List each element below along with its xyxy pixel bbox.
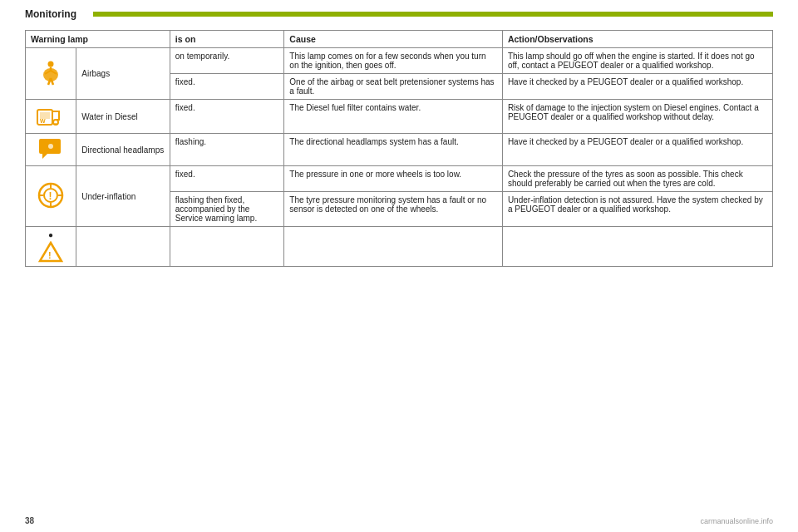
page-header: Monitoring [25,8,773,20]
directional-cause: The directional headlamps system has a f… [284,134,503,166]
water-icon-cell: W ~ [26,100,76,134]
under-inflation-icon-cell: ! [26,166,76,227]
airbag-label: Airbags [81,69,110,78]
multi-icon: ● ! [31,230,71,263]
directional-headlamps-icon [36,137,66,160]
airbag-icon-cell [26,48,76,100]
header-bar [93,12,773,17]
under-inflation-action-1: Check the pressure of the tyres as soon … [502,166,772,192]
page: Monitoring Warning lamp is on Cause Acti… [0,0,798,532]
svg-point-12 [48,144,53,149]
dot-icon: ● [48,230,53,239]
triangle-action [502,227,772,267]
water-label: Water in Diesel [81,112,137,121]
svg-text:!: ! [49,190,52,202]
airbag-name-cell: Airbags [76,48,170,100]
directional-label: Directional headlamps [81,145,164,155]
airbag-action-1: This lamp should go off when the engine … [502,48,772,74]
watermark: carmanualsonline.info [700,517,773,525]
table-row: Airbags on temporarily. This lamp comes … [26,48,773,74]
water-is-on: fixed. [170,100,284,134]
directional-name-cell: Directional headlamps [76,134,170,166]
water-cause: The Diesel fuel filter contains water. [284,100,503,134]
svg-text:W: W [40,118,46,124]
table-row: ! Under-inflation fixed. The pressure in… [26,166,773,192]
under-inflation-icon: ! [37,181,65,209]
warning-triangle-icon: ! [38,241,63,263]
airbag-cause-2: One of the airbag or seat belt pretensio… [284,74,503,100]
svg-point-0 [48,61,54,66]
water-name-cell: Water in Diesel [76,100,170,134]
triangle-cause [284,227,503,267]
under-inflation-is-on-1: fixed. [170,166,284,192]
svg-text:~: ~ [54,120,58,128]
under-inflation-is-on-2: flashing then fixed, accompanied by the … [170,192,284,227]
table-row-triangle: ● ! [26,227,773,267]
triangle-icon-cell: ● ! [26,227,76,267]
airbag-is-on-1: on temporarily. [170,48,284,74]
under-inflation-action-2: Under-inflation detection is not assured… [502,192,772,227]
col-header-action: Action/Observations [502,31,772,48]
triangle-is-on [170,227,284,267]
warning-table: Warning lamp is on Cause Action/Observat… [25,30,773,267]
triangle-name-cell [76,227,170,267]
table-header-row: Warning lamp is on Cause Action/Observat… [26,31,773,48]
airbag-action-2: Have it checked by a PEUGEOT dealer or a… [502,74,772,100]
directional-icon-cell [26,134,76,166]
under-inflation-name-cell: Under-inflation [76,166,170,227]
col-header-warning-lamp: Warning lamp [26,31,170,48]
col-header-cause: Cause [284,31,503,48]
airbag-cause-1: This lamp comes on for a few seconds whe… [284,48,503,74]
water-action: Risk of damage to the injection system o… [502,100,772,134]
under-inflation-cause-1: The pressure in one or more wheels is to… [284,166,503,192]
directional-action: Have it checked by a PEUGEOT dealer or a… [502,134,772,166]
water-diesel-icon: W ~ [36,103,66,128]
page-title: Monitoring [25,8,76,20]
svg-text:!: ! [48,250,52,260]
under-inflation-label: Under-inflation [81,192,135,201]
table-row: W ~ Water in Diesel fixed. The Diesel fu… [26,100,773,134]
airbag-icon [37,60,64,86]
col-header-is-on: is on [170,31,284,48]
page-number: 38 [25,516,34,525]
under-inflation-cause-2: The tyre pressure monitoring system has … [284,192,503,227]
airbag-is-on-2: fixed. [170,74,284,100]
directional-is-on: flashing. [170,134,284,166]
table-row: Directional headlamps flashing. The dire… [26,134,773,166]
